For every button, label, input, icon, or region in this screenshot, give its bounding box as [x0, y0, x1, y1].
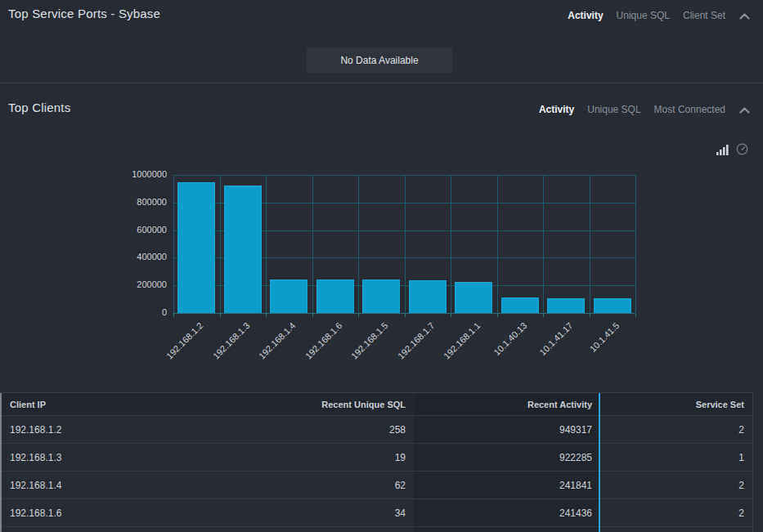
ports-tab-client-set[interactable]: Client Set	[683, 10, 725, 21]
x-axis-label: 192.168.1.7	[396, 320, 437, 361]
bar-10-1-41-17[interactable]	[547, 298, 585, 313]
bar-10-1-41-5[interactable]	[594, 298, 631, 313]
table-cell: 949317	[414, 416, 600, 443]
chevron-up-icon	[739, 8, 750, 23]
x-axis-tick	[543, 314, 544, 317]
x-axis-tick	[635, 314, 636, 317]
table-cell: 2	[600, 416, 752, 443]
no-data-message: No Data Available	[307, 47, 452, 73]
table-cell: 2	[600, 499, 752, 526]
gauge-icon[interactable]	[736, 143, 748, 155]
chart-view-controls	[716, 143, 748, 155]
clients-section-title: Top Clients	[8, 101, 70, 114]
x-axis-tick	[220, 314, 221, 317]
gridline-vertical	[266, 175, 267, 313]
bar-192-168-1-7[interactable]	[409, 280, 447, 313]
table-row-partial[interactable]	[0, 526, 752, 532]
table-header-row: Client IPRecent Unique SQLRecent Activit…	[0, 393, 752, 415]
bar-10-1-40-13[interactable]	[501, 297, 539, 313]
table-cell: 258	[228, 416, 414, 443]
gridline-vertical	[635, 175, 636, 313]
chevron-up-icon	[739, 102, 750, 117]
table-cell	[414, 527, 600, 532]
table-cell	[228, 527, 414, 532]
x-axis-tick	[405, 314, 406, 317]
ports-tabs: ActivityUnique SQLClient Set	[568, 8, 750, 23]
table-cell: 1	[600, 444, 752, 471]
clients-tab-unique-sql[interactable]: Unique SQL	[587, 104, 640, 115]
bar-192-168-1-6[interactable]	[316, 279, 354, 313]
column-header-recent-unique-sql[interactable]: Recent Unique SQL	[228, 393, 414, 415]
x-axis-tick	[266, 314, 267, 317]
table-cell: 19	[228, 444, 414, 471]
section-divider	[0, 83, 763, 83]
x-axis-tick	[451, 314, 451, 317]
x-axis-label: 192.168.1.6	[303, 320, 344, 361]
x-axis-label: 192.168.1.4	[257, 320, 298, 361]
table-cell: 922285	[414, 444, 600, 471]
gridline-vertical	[358, 175, 359, 313]
gridline-vertical	[312, 175, 313, 313]
gridline-vertical	[451, 175, 451, 313]
x-axis-label: 192.168.1.2	[164, 320, 205, 361]
table-cell	[0, 527, 228, 532]
dashboard-page: Top Service Ports - Sybase ActivityUniqu…	[0, 0, 763, 532]
x-axis-label: 10.1.41.17	[538, 320, 575, 357]
table-cell: 192.168.1.3	[0, 444, 228, 471]
x-axis-tick	[312, 314, 313, 317]
bar-chart-icon[interactable]	[716, 145, 729, 155]
bar-192-168-1-4[interactable]	[270, 279, 307, 313]
table-row[interactable]: 192.168.1.22589493172	[0, 415, 752, 443]
ports-tab-unique-sql[interactable]: Unique SQL	[617, 10, 670, 21]
top-clients-table: Client IPRecent Unique SQLRecent Activit…	[0, 392, 753, 532]
y-axis-label: 800000	[98, 197, 167, 207]
x-axis-label: 10.1.41.5	[587, 320, 621, 354]
column-header-recent-activity[interactable]: Recent Activity	[414, 393, 600, 415]
sorted-column-indicator-line	[599, 393, 600, 532]
bar-192-168-1-2[interactable]	[177, 182, 215, 313]
gridline-vertical	[590, 175, 590, 313]
clients-tab-most-connected[interactable]: Most Connected	[654, 104, 725, 115]
clients-tab-activity[interactable]: Activity	[539, 104, 574, 115]
y-axis-label: 0	[98, 307, 167, 317]
ports-tab-activity[interactable]: Activity	[568, 10, 603, 21]
table-left-edge	[0, 393, 2, 532]
bar-192-168-1-3[interactable]	[224, 186, 262, 313]
x-axis-label: 10.1.40.13	[491, 320, 528, 357]
x-axis-tick	[590, 314, 590, 317]
table-cell: 241436	[414, 499, 600, 526]
gridline-vertical	[405, 175, 406, 313]
gridline-vertical	[220, 175, 221, 313]
y-axis-label: 600000	[98, 225, 167, 235]
bar-192-168-1-1[interactable]	[455, 282, 492, 313]
clients-tabs: ActivityUnique SQLMost Connected	[539, 102, 750, 117]
y-axis-label: 400000	[98, 252, 167, 262]
table-cell: 62	[228, 472, 414, 498]
bar-192-168-1-5[interactable]	[362, 279, 400, 313]
y-axis-label: 1000000	[98, 169, 167, 179]
y-axis-label: 200000	[98, 279, 167, 289]
x-axis-tick	[173, 314, 174, 317]
table-cell: 192.168.1.2	[0, 416, 228, 443]
ports-section-title: Top Service Ports - Sybase	[8, 7, 160, 20]
table-row[interactable]: 192.168.1.6342414362	[0, 498, 752, 526]
top-clients-bar-chart: 02000004000006000008000001000000192.168.…	[173, 175, 635, 314]
table-cell: 241841	[414, 472, 600, 498]
gridline-vertical	[497, 175, 498, 313]
table-row[interactable]: 192.168.1.4622418412	[0, 471, 752, 498]
table-row[interactable]: 192.168.1.3199222851	[0, 443, 752, 471]
x-axis-tick	[497, 314, 498, 317]
x-axis-tick	[358, 314, 359, 317]
clients-collapse-button[interactable]	[739, 102, 750, 117]
table-cell	[600, 527, 752, 532]
table-cell: 192.168.1.6	[0, 499, 228, 526]
table-cell: 34	[228, 499, 414, 526]
gridline-vertical	[543, 175, 544, 313]
table-cell: 192.168.1.4	[0, 472, 228, 498]
x-axis-label: 192.168.1.1	[442, 320, 482, 361]
column-header-service-set[interactable]: Service Set	[600, 393, 752, 415]
ports-collapse-button[interactable]	[739, 8, 750, 23]
table-cell: 2	[600, 472, 752, 498]
column-header-client-ip[interactable]: Client IP	[0, 393, 228, 415]
gridline-vertical	[173, 175, 174, 313]
